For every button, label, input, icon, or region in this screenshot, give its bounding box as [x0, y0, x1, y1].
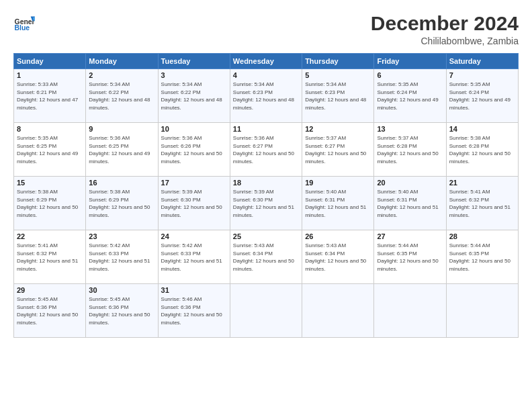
day-info: Sunrise: 5:44 AMSunset: 6:35 PMDaylight:…	[377, 242, 438, 272]
day-cell-4: 4 Sunrise: 5:34 AMSunset: 6:23 PMDayligh…	[230, 69, 302, 123]
day-info: Sunrise: 5:46 AMSunset: 6:36 PMDaylight:…	[161, 296, 222, 326]
day-info: Sunrise: 5:41 AMSunset: 6:32 PMDaylight:…	[17, 242, 78, 272]
day-number: 30	[89, 286, 154, 294]
day-info: Sunrise: 5:45 AMSunset: 6:36 PMDaylight:…	[17, 296, 78, 326]
day-cell-9: 9 Sunrise: 5:36 AMSunset: 6:25 PMDayligh…	[86, 123, 158, 177]
day-cell-25: 25 Sunrise: 5:43 AMSunset: 6:34 PMDaylig…	[230, 230, 302, 284]
day-info: Sunrise: 5:40 AMSunset: 6:31 PMDaylight:…	[377, 189, 438, 218]
day-info: Sunrise: 5:38 AMSunset: 6:28 PMDaylight:…	[449, 135, 511, 165]
day-cell-29: 29 Sunrise: 5:45 AMSunset: 6:36 PMDaylig…	[14, 284, 86, 338]
day-cell-14: 14 Sunrise: 5:38 AMSunset: 6:28 PMDaylig…	[446, 123, 518, 177]
day-number: 4	[233, 71, 299, 79]
day-number: 26	[305, 232, 371, 240]
page: General Blue December 2024 Chililabombwe…	[0, 0, 532, 411]
weekday-header-row: Sunday Monday Tuesday Wednesday Thursday…	[14, 54, 519, 69]
header: General Blue December 2024 Chililabombwe…	[13, 12, 519, 46]
day-info: Sunrise: 5:34 AMSunset: 6:23 PMDaylight:…	[233, 81, 294, 111]
day-number: 25	[233, 232, 299, 240]
day-number: 1	[17, 71, 83, 79]
day-number: 13	[377, 125, 443, 133]
day-cell-24: 24 Sunrise: 5:42 AMSunset: 6:33 PMDaylig…	[158, 230, 230, 284]
header-thursday: Thursday	[302, 54, 374, 69]
week-row-1: 1 Sunrise: 5:33 AMSunset: 6:21 PMDayligh…	[14, 69, 519, 123]
day-info: Sunrise: 5:42 AMSunset: 6:33 PMDaylight:…	[89, 242, 150, 272]
day-info: Sunrise: 5:42 AMSunset: 6:33 PMDaylight:…	[161, 242, 222, 272]
day-number: 28	[449, 232, 515, 240]
day-number: 14	[449, 125, 515, 133]
day-cell-19: 19 Sunrise: 5:40 AMSunset: 6:31 PMDaylig…	[302, 177, 374, 230]
day-info: Sunrise: 5:38 AMSunset: 6:29 PMDaylight:…	[17, 189, 78, 218]
day-cell-7: 7 Sunrise: 5:35 AMSunset: 6:24 PMDayligh…	[446, 69, 518, 123]
day-info: Sunrise: 5:37 AMSunset: 6:28 PMDaylight:…	[377, 135, 438, 165]
month-title: December 2024	[371, 12, 519, 34]
day-cell-23: 23 Sunrise: 5:42 AMSunset: 6:33 PMDaylig…	[86, 230, 158, 284]
day-info: Sunrise: 5:43 AMSunset: 6:34 PMDaylight:…	[233, 242, 294, 272]
header-wednesday: Wednesday	[230, 54, 302, 69]
header-saturday: Saturday	[446, 54, 518, 69]
day-cell-22: 22 Sunrise: 5:41 AMSunset: 6:32 PMDaylig…	[14, 230, 86, 284]
day-number: 27	[377, 232, 443, 240]
day-cell-11: 11 Sunrise: 5:36 AMSunset: 6:27 PMDaylig…	[230, 123, 302, 177]
day-number: 22	[17, 232, 83, 240]
day-cell-27: 27 Sunrise: 5:44 AMSunset: 6:35 PMDaylig…	[374, 230, 446, 284]
day-cell-12: 12 Sunrise: 5:37 AMSunset: 6:27 PMDaylig…	[302, 123, 374, 177]
day-number: 9	[89, 125, 154, 133]
day-cell-18: 18 Sunrise: 5:39 AMSunset: 6:30 PMDaylig…	[230, 177, 302, 230]
calendar-table: Sunday Monday Tuesday Wednesday Thursday…	[13, 53, 519, 338]
day-info: Sunrise: 5:40 AMSunset: 6:31 PMDaylight:…	[305, 189, 366, 218]
day-number: 10	[161, 125, 227, 133]
week-row-5: 29 Sunrise: 5:45 AMSunset: 6:36 PMDaylig…	[14, 284, 519, 338]
day-cell-16: 16 Sunrise: 5:38 AMSunset: 6:29 PMDaylig…	[86, 177, 158, 230]
location-subtitle: Chililabombwe, Zambia	[371, 36, 519, 46]
day-info: Sunrise: 5:44 AMSunset: 6:35 PMDaylight:…	[449, 242, 511, 272]
day-info: Sunrise: 5:39 AMSunset: 6:30 PMDaylight:…	[233, 189, 294, 218]
day-cell-2: 2 Sunrise: 5:34 AMSunset: 6:22 PMDayligh…	[86, 69, 158, 123]
day-number: 19	[305, 179, 371, 187]
day-info: Sunrise: 5:33 AMSunset: 6:21 PMDaylight:…	[17, 81, 78, 111]
day-info: Sunrise: 5:41 AMSunset: 6:32 PMDaylight:…	[449, 189, 511, 218]
day-number: 24	[161, 232, 227, 240]
day-cell-3: 3 Sunrise: 5:34 AMSunset: 6:22 PMDayligh…	[158, 69, 230, 123]
day-info: Sunrise: 5:34 AMSunset: 6:23 PMDaylight:…	[305, 81, 366, 111]
header-sunday: Sunday	[14, 54, 86, 69]
day-number: 2	[89, 71, 154, 79]
title-block: December 2024 Chililabombwe, Zambia	[371, 12, 519, 46]
day-number: 12	[305, 125, 371, 133]
day-cell-17: 17 Sunrise: 5:39 AMSunset: 6:30 PMDaylig…	[158, 177, 230, 230]
day-cell-6: 6 Sunrise: 5:35 AMSunset: 6:24 PMDayligh…	[374, 69, 446, 123]
day-number: 5	[305, 71, 371, 79]
day-info: Sunrise: 5:45 AMSunset: 6:36 PMDaylight:…	[89, 296, 150, 326]
day-number: 6	[377, 71, 443, 79]
day-info: Sunrise: 5:35 AMSunset: 6:24 PMDaylight:…	[377, 81, 438, 111]
day-cell-8: 8 Sunrise: 5:35 AMSunset: 6:25 PMDayligh…	[14, 123, 86, 177]
empty-cell-w4-d6	[446, 284, 518, 338]
day-cell-20: 20 Sunrise: 5:40 AMSunset: 6:31 PMDaylig…	[374, 177, 446, 230]
day-info: Sunrise: 5:34 AMSunset: 6:22 PMDaylight:…	[89, 81, 150, 111]
empty-cell-w4-d4	[302, 284, 374, 338]
day-info: Sunrise: 5:37 AMSunset: 6:27 PMDaylight:…	[305, 135, 366, 165]
week-row-2: 8 Sunrise: 5:35 AMSunset: 6:25 PMDayligh…	[14, 123, 519, 177]
day-info: Sunrise: 5:38 AMSunset: 6:29 PMDaylight:…	[89, 189, 150, 218]
day-number: 8	[17, 125, 83, 133]
day-number: 15	[17, 179, 83, 187]
day-cell-31: 31 Sunrise: 5:46 AMSunset: 6:36 PMDaylig…	[158, 284, 230, 338]
day-info: Sunrise: 5:35 AMSunset: 6:24 PMDaylight:…	[449, 81, 511, 111]
day-info: Sunrise: 5:36 AMSunset: 6:27 PMDaylight:…	[233, 135, 294, 165]
header-friday: Friday	[374, 54, 446, 69]
day-number: 31	[161, 286, 227, 294]
day-number: 17	[161, 179, 227, 187]
header-tuesday: Tuesday	[158, 54, 230, 69]
day-cell-30: 30 Sunrise: 5:45 AMSunset: 6:36 PMDaylig…	[86, 284, 158, 338]
svg-text:Blue: Blue	[15, 24, 30, 32]
logo-icon: General Blue	[13, 12, 35, 34]
day-cell-15: 15 Sunrise: 5:38 AMSunset: 6:29 PMDaylig…	[14, 177, 86, 230]
empty-cell-w4-d3	[230, 284, 302, 338]
day-cell-21: 21 Sunrise: 5:41 AMSunset: 6:32 PMDaylig…	[446, 177, 518, 230]
day-cell-5: 5 Sunrise: 5:34 AMSunset: 6:23 PMDayligh…	[302, 69, 374, 123]
day-number: 11	[233, 125, 299, 133]
empty-cell-w4-d5	[374, 284, 446, 338]
day-number: 23	[89, 232, 154, 240]
day-info: Sunrise: 5:36 AMSunset: 6:25 PMDaylight:…	[89, 135, 150, 165]
logo: General Blue	[13, 12, 35, 34]
day-cell-26: 26 Sunrise: 5:43 AMSunset: 6:34 PMDaylig…	[302, 230, 374, 284]
